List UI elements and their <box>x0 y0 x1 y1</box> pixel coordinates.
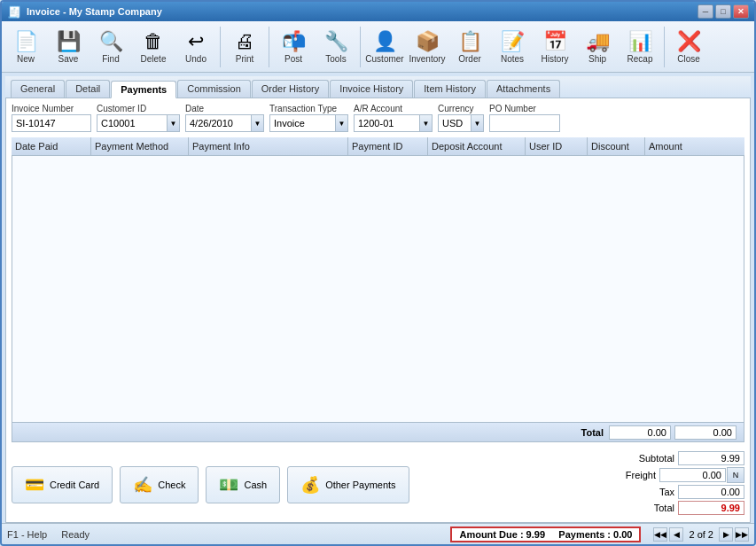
toolbar-undo[interactable]: ↩ Undo <box>175 24 216 70</box>
toolbar-separator-1 <box>220 27 221 67</box>
tab-general[interactable]: General <box>11 80 65 98</box>
tab-commission[interactable]: Commission <box>177 80 251 98</box>
toolbar-close[interactable]: ❌ Close <box>668 24 709 70</box>
amount-due-text: Amount Due : 9.99 <box>459 529 545 540</box>
freight-na-button[interactable]: N <box>727 467 744 483</box>
tab-item-history[interactable]: Item History <box>414 80 486 98</box>
close-toolbar-icon: ❌ <box>677 30 701 53</box>
ar-account-arrow[interactable]: ▼ <box>420 114 433 132</box>
window-controls: ─ □ ✕ <box>698 4 749 19</box>
customer-id-input[interactable] <box>97 114 168 132</box>
cash-button[interactable]: 💵 Cash <box>206 466 280 503</box>
tax-value[interactable] <box>678 485 744 499</box>
tabs-row: General Detail Payments Commission Order… <box>5 76 751 98</box>
cash-label: Cash <box>244 480 267 490</box>
toolbar-separator-3 <box>360 27 361 67</box>
date-wrap: ▼ <box>185 114 264 132</box>
main-area: General Detail Payments Commission Order… <box>2 73 754 523</box>
transaction-type-arrow[interactable]: ▼ <box>336 114 348 132</box>
payments-text: Payments : 0.00 <box>558 529 632 540</box>
ready-text: Ready <box>61 529 450 540</box>
close-toolbar-label: Close <box>677 54 700 64</box>
nav-last-button[interactable]: ▶▶ <box>735 527 749 542</box>
close-button[interactable]: ✕ <box>733 4 749 19</box>
freight-value[interactable] <box>659 468 726 482</box>
amount-due-box: Amount Due : 9.99 Payments : 0.00 <box>450 526 641 542</box>
freight-row: Freight N <box>585 467 744 483</box>
po-number-input[interactable] <box>489 114 560 132</box>
toolbar-tools[interactable]: 🔧 Tools <box>316 24 356 70</box>
find-icon: 🔍 <box>99 30 123 53</box>
nav-controls: ◀◀ ◀ 2 of 2 ▶ ▶▶ <box>653 527 749 542</box>
order-icon: 📋 <box>458 30 482 53</box>
toolbar-history[interactable]: 📅 History <box>534 24 575 70</box>
print-icon: 🖨 <box>235 30 254 53</box>
currency-input[interactable] <box>438 114 472 132</box>
tab-invoice-history[interactable]: Invoice History <box>330 80 413 98</box>
tools-label: Tools <box>325 54 346 64</box>
nav-first-button[interactable]: ◀◀ <box>653 527 667 542</box>
date-arrow[interactable]: ▼ <box>252 114 264 132</box>
toolbar-inventory[interactable]: 📦 Inventory <box>407 24 448 70</box>
tab-attachments[interactable]: Attachments <box>487 80 560 98</box>
th-payment-id: Payment ID <box>348 137 428 155</box>
total-summary-value[interactable] <box>678 501 744 515</box>
po-number-field: PO Number <box>489 104 560 132</box>
toolbar-customer[interactable]: 👤 Customer <box>364 24 405 70</box>
other-payments-button[interactable]: 💰 Other Payments <box>287 466 409 503</box>
check-button[interactable]: ✍ Check <box>120 466 199 503</box>
post-label: Post <box>284 54 302 64</box>
tax-label: Tax <box>612 487 674 497</box>
tab-payments[interactable]: Payments <box>111 81 176 98</box>
toolbar-delete[interactable]: 🗑 Delete <box>133 24 174 70</box>
th-discount: Discount <box>588 137 645 155</box>
save-label: Save <box>58 54 79 64</box>
order-label: Order <box>458 54 481 64</box>
tab-detail[interactable]: Detail <box>66 80 110 98</box>
date-field: Date ▼ <box>185 104 264 132</box>
maximize-button[interactable]: □ <box>715 4 731 19</box>
tools-icon: 🔧 <box>324 30 348 53</box>
date-label: Date <box>185 104 264 113</box>
toolbar-ship[interactable]: 🚚 Ship <box>577 24 618 70</box>
th-payment-method: Payment Method <box>91 137 189 155</box>
customer-id-arrow[interactable]: ▼ <box>168 114 180 132</box>
tab-order-history[interactable]: Order History <box>252 80 329 98</box>
toolbar-new[interactable]: 📄 New <box>5 24 46 70</box>
credit-card-button[interactable]: 💳 Credit Card <box>12 466 113 503</box>
toolbar-find[interactable]: 🔍 Find <box>90 24 131 70</box>
toolbar-save[interactable]: 💾 Save <box>48 24 89 70</box>
ar-account-input[interactable] <box>354 114 420 132</box>
post-icon: 📬 <box>282 30 306 53</box>
cash-icon: 💵 <box>219 475 238 495</box>
invoice-number-input[interactable] <box>12 114 91 132</box>
minimize-button[interactable]: ─ <box>698 4 713 19</box>
toolbar-print[interactable]: 🖨 Print <box>224 24 265 70</box>
toolbar-order[interactable]: 📋 Order <box>449 24 490 70</box>
new-icon: 📄 <box>14 30 38 53</box>
currency-arrow[interactable]: ▼ <box>472 114 484 132</box>
total-discount[interactable] <box>609 425 671 440</box>
toolbar-notes[interactable]: 📝 Notes <box>492 24 533 70</box>
other-payments-label: Other Payments <box>325 480 395 490</box>
th-payment-info: Payment Info <box>189 137 348 155</box>
customer-id-wrap: ▼ <box>97 114 180 132</box>
nav-prev-button[interactable]: ◀ <box>669 527 683 542</box>
date-input[interactable] <box>185 114 252 132</box>
subtotal-value[interactable] <box>678 451 744 465</box>
check-icon: ✍ <box>133 475 152 495</box>
recap-icon: 📊 <box>628 30 652 53</box>
toolbar-recap[interactable]: 📊 Recap <box>620 24 660 70</box>
app-title: Invoice - My Stamp Company <box>27 6 162 17</box>
nav-next-button[interactable]: ▶ <box>719 527 733 542</box>
find-label: Find <box>102 54 119 64</box>
summary-area: Subtotal Freight N Tax Total <box>585 448 744 517</box>
app-icon: 🧾 <box>7 5 21 19</box>
total-row: Total <box>12 423 744 442</box>
payment-buttons: 💳 Credit Card ✍ Check 💵 Cash 💰 Other Pay… <box>12 448 576 517</box>
transaction-type-input[interactable] <box>269 114 336 132</box>
title-bar: 🧾 Invoice - My Stamp Company ─ □ ✕ <box>2 2 754 21</box>
total-amount[interactable] <box>674 425 737 440</box>
ship-label: Ship <box>588 54 606 64</box>
toolbar-post[interactable]: 📬 Post <box>273 24 314 70</box>
